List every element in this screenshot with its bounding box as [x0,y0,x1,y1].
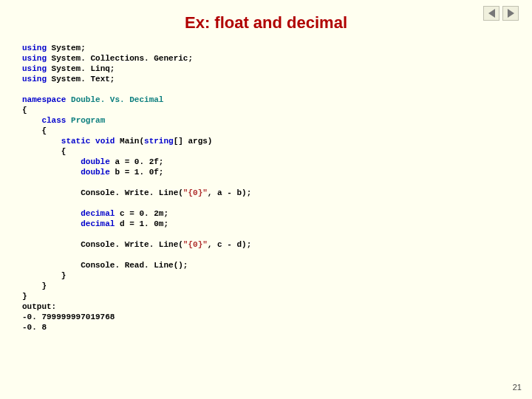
brace: { [61,147,66,156]
kw: class [41,116,66,125]
kw: double [81,168,110,177]
arrow-right-icon [508,9,514,18]
txt: b = 1. 0f; [110,168,164,177]
txt: System. Linq; [47,64,115,73]
type: Double. Vs. Decimal [71,95,163,104]
kw: double [81,157,110,166]
output-label: output: [22,302,56,311]
kw: decimal [81,219,115,228]
txt: Console. Write. Line( [81,188,183,197]
brace: } [61,271,66,280]
str: "{0}" [183,240,208,249]
kw: using [22,64,47,73]
type: Program [71,116,105,125]
brace: { [41,126,47,135]
kw: void [95,137,115,146]
nav-controls [483,6,519,21]
kw: decimal [81,209,115,218]
prev-button[interactable] [483,6,499,21]
brace: } [22,292,27,301]
slide: Ex: float and decimal using System; usin… [0,0,532,399]
txt: System. Text; [47,75,115,83]
brace: } [41,282,47,290]
txt: [] args) [174,137,213,146]
txt: a = 0. 2f; [110,157,164,166]
arrow-left-icon [488,9,495,18]
kw: string [144,137,174,146]
kw: namespace [22,95,66,104]
txt: , a - b); [208,188,251,197]
code-block: using System; using System. Collections.… [22,43,251,332]
kw: using [22,75,47,83]
txt: Console. Read. Line(); [81,261,188,270]
txt: c = 0. 2m; [115,209,168,218]
txt: Console. Write. Line( [81,240,183,249]
next-button[interactable] [502,6,519,21]
kw: using [22,54,47,63]
brace: { [22,106,27,115]
txt: Main( [115,137,144,146]
txt: d = 1. 0m; [115,219,168,228]
kw: static [61,137,91,146]
txt: System. Collections. Generic; [47,54,193,63]
str: "{0}" [183,188,208,197]
page-number: 21 [513,383,522,392]
txt: System; [47,44,86,52]
output-line: -0. 799999997019768 [22,313,115,321]
txt: , c - d); [208,240,251,249]
output-line: -0. 8 [22,323,47,332]
slide-title: Ex: float and decimal [0,13,532,33]
kw: using [22,44,47,52]
